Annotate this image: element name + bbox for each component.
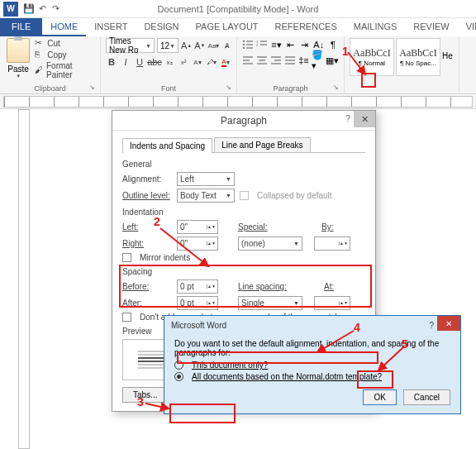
confirm-dialog: Microsoft Word ? ✕ Do you want to set th…: [164, 315, 461, 414]
text-effects-icon[interactable]: A▾: [192, 55, 203, 69]
confirm-cancel-button[interactable]: Cancel: [403, 389, 450, 405]
italic-button[interactable]: I: [120, 55, 131, 69]
tab-design[interactable]: DESIGN: [136, 18, 187, 36]
before-input[interactable]: 0 pt▲▼: [177, 279, 218, 294]
bold-button[interactable]: B: [106, 55, 117, 69]
clipboard-launcher-icon[interactable]: ↘: [89, 84, 98, 92]
paragraph-launcher-icon[interactable]: ↘: [333, 84, 341, 92]
indent-left-input[interactable]: 0"▲▼: [177, 220, 218, 234]
subscript-button[interactable]: x₂: [164, 55, 175, 69]
close-icon[interactable]: ✕: [437, 316, 460, 331]
align-left-icon[interactable]: [242, 54, 254, 67]
font-name-combo[interactable]: Times New Ro▼: [106, 38, 155, 53]
close-icon[interactable]: ✕: [354, 111, 375, 127]
group-font: Times New Ro▼ 12▼ A▲ A▼ Aa▾ A̷ B I U abc…: [101, 36, 237, 93]
window-title: Document1 [Compatibility Mode] - Word: [158, 4, 319, 14]
paste-icon: [7, 38, 30, 63]
save-icon[interactable]: 💾: [23, 3, 35, 15]
mirror-checkbox[interactable]: [122, 253, 131, 262]
borders-icon[interactable]: ▦▾: [326, 54, 339, 67]
increase-indent-icon[interactable]: ⇥: [299, 38, 311, 51]
tab-file[interactable]: FILE: [0, 18, 42, 36]
justify-icon[interactable]: [284, 54, 296, 67]
alignment-combo[interactable]: Left▼: [177, 172, 235, 186]
svg-point-2: [243, 44, 245, 45]
help-icon[interactable]: ?: [345, 113, 350, 123]
multilevel-icon[interactable]: ≡▾: [270, 38, 282, 51]
undo-icon[interactable]: ↶: [36, 3, 48, 15]
indent-right-input[interactable]: 0"▲▼: [177, 236, 218, 251]
strike-button[interactable]: abc: [148, 55, 161, 69]
after-input[interactable]: 0 pt▲▼: [177, 296, 218, 310]
show-marks-icon[interactable]: ¶: [327, 38, 339, 51]
confirm-ok-button[interactable]: OK: [363, 389, 396, 405]
superscript-button[interactable]: x²: [178, 55, 189, 69]
align-center-icon[interactable]: [256, 54, 268, 67]
shading-icon[interactable]: 🪣▾: [312, 54, 323, 67]
change-case-icon[interactable]: Aa▾: [208, 39, 220, 52]
svg-point-0: [243, 41, 245, 42]
underline-button[interactable]: U: [134, 55, 145, 69]
shrink-font-icon[interactable]: A▼: [194, 39, 205, 52]
bullets-icon[interactable]: [242, 38, 254, 51]
tab-page-layout[interactable]: PAGE LAYOUT: [188, 18, 267, 36]
tab-insert[interactable]: INSERT: [86, 18, 136, 36]
copy-button[interactable]: ⎘Copy: [35, 50, 95, 60]
decrease-indent-icon[interactable]: ⇤: [284, 38, 296, 51]
vertical-ruler: [18, 109, 30, 449]
horizontal-ruler: [0, 94, 476, 109]
clear-format-icon[interactable]: A̷: [221, 39, 231, 52]
style-normal[interactable]: AaBbCcI¶ Normal: [350, 38, 394, 76]
group-paragraph: 12 ≡▾ ⇤ ⇥ A↓ ¶ ‡≡ 🪣▾ ▦▾ Paragraph ↘: [237, 36, 345, 93]
align-right-icon[interactable]: [270, 54, 282, 67]
special-combo[interactable]: (none)▼: [238, 236, 302, 251]
tab-review[interactable]: REVIEW: [405, 18, 457, 36]
group-styles: AaBbCcI¶ Normal AaBbCcI¶ No Spac... He: [345, 36, 459, 93]
radio-this-document[interactable]: This document only?: [174, 361, 450, 370]
at-input[interactable]: ▲▼: [314, 296, 350, 310]
confirm-title: Microsoft Word ? ✕: [164, 316, 460, 334]
tab-mailings[interactable]: MAILINGS: [345, 18, 406, 36]
tab-indents-spacing[interactable]: Indents and Spacing: [122, 138, 212, 153]
paragraph-dialog-title: Paragraph ? ✕: [112, 111, 375, 131]
ribbon-tabs: FILE HOME INSERT DESIGN PAGE LAYOUT REFE…: [0, 18, 476, 36]
grow-font-icon[interactable]: A▲: [181, 39, 192, 52]
help-icon[interactable]: ?: [429, 321, 434, 330]
tabs-button[interactable]: Tabs...: [122, 387, 168, 403]
tab-references[interactable]: REFERENCES: [267, 18, 345, 36]
ribbon: Paste ▼ ✂Cut ⎘Copy 🖌Format Painter Clipb…: [0, 36, 476, 94]
cut-button[interactable]: ✂Cut: [35, 38, 95, 48]
highlight-icon[interactable]: 🖍▾: [206, 55, 217, 69]
outline-combo[interactable]: Body Text▼: [177, 189, 235, 203]
quick-access-toolbar: 💾 ↶ ↷: [23, 3, 61, 15]
word-icon: W: [3, 2, 18, 17]
tab-line-page-breaks[interactable]: Line and Page Breaks: [214, 137, 310, 152]
redo-icon[interactable]: ↷: [50, 3, 61, 15]
font-launcher-icon[interactable]: ↘: [226, 84, 234, 92]
collapsed-checkbox: [240, 191, 249, 200]
line-spacing-combo[interactable]: Single▼: [238, 296, 302, 310]
font-color-icon[interactable]: A▾: [220, 55, 231, 69]
paste-button[interactable]: Paste ▼: [5, 38, 31, 79]
svg-text:2: 2: [256, 43, 259, 47]
svg-point-4: [243, 47, 245, 49]
title-bar: W 💾 ↶ ↷ Document1 [Compatibility Mode] -…: [0, 0, 476, 18]
tab-home[interactable]: HOME: [42, 18, 86, 36]
dont-add-space-checkbox[interactable]: [122, 313, 131, 322]
line-spacing-icon[interactable]: ‡≡: [298, 54, 309, 67]
by-input[interactable]: ▲▼: [314, 236, 350, 251]
style-no-spacing[interactable]: AaBbCcI¶ No Spac...: [396, 38, 440, 76]
numbering-icon[interactable]: 12: [256, 38, 268, 51]
font-size-combo[interactable]: 12▼: [157, 38, 178, 53]
format-painter-button[interactable]: 🖌Format Painter: [35, 61, 95, 79]
radio-all-documents[interactable]: All documents based on the Normal.dotm t…: [174, 372, 450, 381]
group-clipboard: Paste ▼ ✂Cut ⎘Copy 🖌Format Painter Clipb…: [0, 36, 101, 93]
tab-view[interactable]: VIEW: [458, 18, 476, 36]
